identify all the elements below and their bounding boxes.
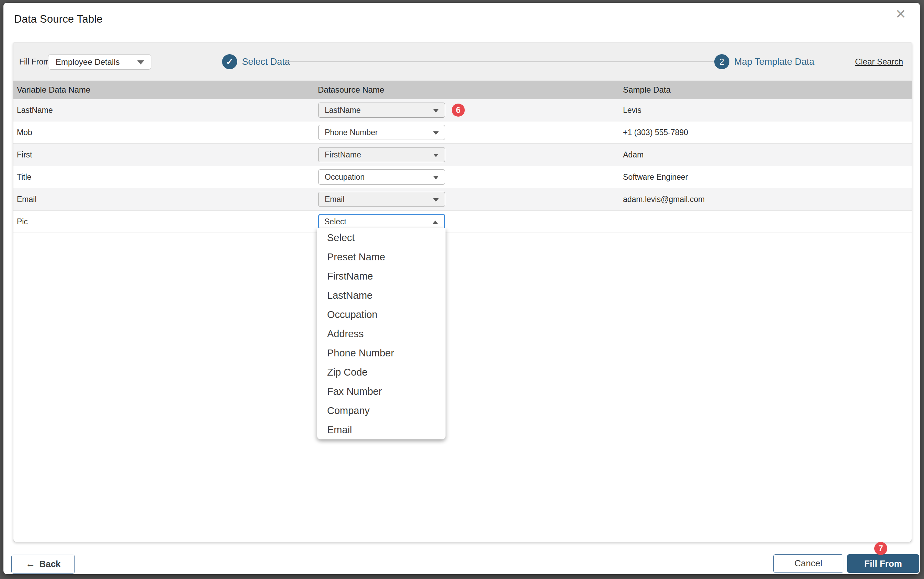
datasource-select[interactable]: LastName [318,103,445,118]
table-row: First FirstName Adam [13,144,912,166]
close-icon[interactable]: ✕ [895,8,906,21]
table-body: LastName LastName Levis 6 Mob Phone Numb… [13,99,912,233]
chevron-up-icon [433,221,438,224]
chevron-down-icon [433,176,439,179]
column-header-sample-data: Sample Data [623,80,671,99]
datasource-select-value: Occupation [325,170,365,184]
modal-title: Data Source Table [14,13,103,25]
annotation-badge-6: 6 [452,104,465,117]
table-row: LastName LastName Levis 6 [13,99,912,121]
data-source-table-modal: Data Source Table ✕ Fill From : Employee… [3,3,920,574]
table-header: Variable Data Name Datasource Name Sampl… [13,80,912,99]
variable-name-cell: First [17,144,32,166]
datasource-select-value: Select [324,215,346,229]
stepper-connector-line [285,61,714,62]
dropdown-option[interactable]: Occupation [317,305,446,324]
datasource-select[interactable]: Email [318,192,445,207]
sample-data-cell: Software Engineer [623,166,688,188]
datasource-select-value: Phone Number [325,125,378,140]
dropdown-option[interactable]: Zip Code [317,363,446,382]
check-icon: ✓ [226,57,233,67]
dropdown-option[interactable]: Email [317,420,446,439]
datasource-select-open[interactable]: Select [318,214,445,229]
fill-from-select[interactable]: Employee Details [48,54,151,70]
chevron-down-icon [433,131,439,135]
variable-name-cell: Email [17,188,37,210]
clear-search-link[interactable]: Clear Search [855,43,903,80]
back-arrow-icon: ← [25,558,35,569]
table-row: Pic Select [13,211,912,233]
sample-data-cell: Adam [623,144,644,166]
dropdown-option[interactable]: LastName [317,286,446,305]
step1-check-circle: ✓ [222,54,237,69]
dropdown-option[interactable]: FirstName [317,267,446,286]
datasource-select-value: LastName [325,103,361,117]
variable-name-cell: LastName [17,99,53,121]
content-panel: Fill From : Employee Details ✓ Select Da… [13,43,912,542]
sample-data-cell: adam.levis@gmail.com [623,188,704,210]
variable-name-cell: Pic [17,211,28,232]
datasource-select[interactable]: Occupation [318,169,445,185]
chevron-down-icon [433,198,439,202]
screen: Data Source Table ✕ Fill From : Employee… [0,0,924,579]
column-header-datasource-name: Datasource Name [318,80,384,99]
datasource-select[interactable]: FirstName [318,147,445,162]
table-row: Email Email adam.levis@gmail.com [13,188,912,211]
fill-from-select-value: Employee Details [56,54,120,69]
step2-label[interactable]: Map Template Data [734,43,814,80]
table-row: Mob Phone Number +1 (303) 555-7890 [13,121,912,144]
chevron-down-icon [433,154,439,157]
dropdown-option[interactable]: Address [317,324,446,343]
datasource-select[interactable]: Phone Number [318,125,445,140]
fill-from-button[interactable]: Fill From [847,554,919,573]
footer-divider [3,549,920,549]
step1-label[interactable]: Select Data [242,43,290,80]
sample-data-cell: +1 (303) 555-7890 [623,121,688,143]
modal-header: Data Source Table ✕ [3,3,920,41]
annotation-badge-7: 7 [874,542,887,555]
datasource-select-value: Email [325,192,345,206]
toolbar: Fill From : Employee Details ✓ Select Da… [13,43,912,80]
datasource-dropdown-menu: Select Preset Name FirstName LastName Oc… [317,228,446,439]
dropdown-option[interactable]: Select [317,228,446,247]
back-button[interactable]: ←Back [11,554,75,574]
sample-data-cell: Levis [623,99,642,121]
dropdown-option[interactable]: Fax Number [317,382,446,401]
dropdown-option[interactable]: Preset Name [317,247,446,267]
chevron-down-icon [433,109,439,113]
step2-number-circle: 2 [714,54,729,69]
datasource-select-value: FirstName [325,147,361,162]
dropdown-option[interactable]: Phone Number [317,343,446,363]
dropdown-option[interactable]: Company [317,401,446,420]
back-button-label: Back [39,559,61,569]
variable-name-cell: Mob [17,121,32,143]
variable-name-cell: Title [17,166,31,188]
chevron-down-icon [137,61,144,64]
column-header-variable-data-name: Variable Data Name [17,80,90,99]
table-row: Title Occupation Software Engineer [13,166,912,188]
cancel-button[interactable]: Cancel [773,554,843,573]
